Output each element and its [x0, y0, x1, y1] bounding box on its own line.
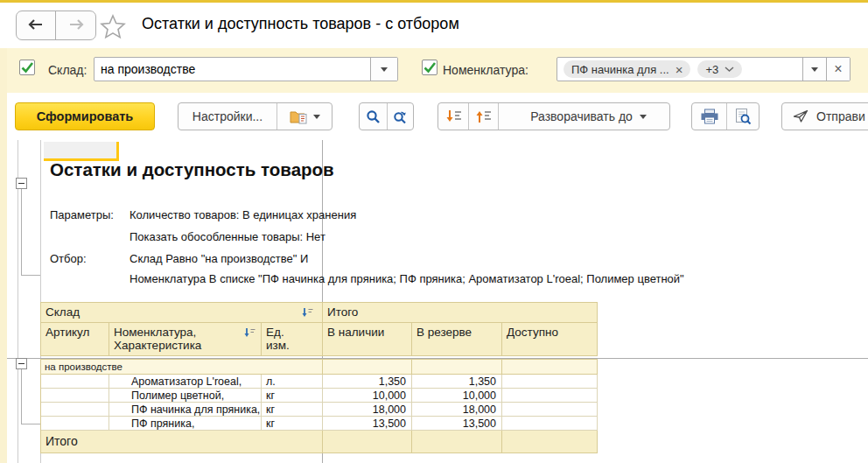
chevron-down-icon	[811, 67, 818, 72]
expand-to-button[interactable]: Разворачивать до	[498, 103, 669, 130]
group-tree-line	[21, 275, 40, 276]
search-icon	[366, 109, 381, 124]
header-cell-v-nalichii[interactable]: В наличии	[323, 323, 412, 356]
report-variant-folder-icon	[290, 109, 308, 124]
print-button[interactable]	[692, 103, 726, 130]
send-button[interactable]: Отправи	[781, 102, 868, 130]
table-cell-accessible[interactable]	[502, 403, 598, 417]
filter-label: Отбор:	[50, 251, 87, 266]
back-button[interactable]	[17, 11, 56, 39]
total-row-label[interactable]: Итого	[41, 431, 323, 453]
chevron-down-icon	[724, 67, 734, 72]
collapse-group-button[interactable]	[16, 178, 27, 189]
settings-button[interactable]: Настройки...	[178, 103, 276, 130]
sort-descending-icon[interactable]	[302, 307, 313, 318]
report-table-header: Склад Итого Артикул Номенклатура, Характ…	[40, 302, 598, 356]
header-label: Артикул	[46, 326, 89, 339]
group-row-cell[interactable]	[412, 360, 502, 375]
nomenklatura-checkbox[interactable]	[422, 60, 438, 75]
forward-button[interactable]	[56, 11, 95, 39]
header-cell-sklad[interactable]: Склад	[41, 303, 323, 323]
table-cell-name[interactable]: Полимер цветной, Желтый	[109, 389, 262, 403]
sklad-label: Склад:	[48, 62, 87, 78]
nomenklatura-field[interactable]: ПФ начинка для ... × +3 ×	[556, 57, 850, 81]
table-cell-unit[interactable]: кг	[262, 389, 323, 403]
sort-descending-icon[interactable]	[244, 327, 256, 338]
header-cell-ed-izm[interactable]: Ед. изм.	[262, 323, 323, 356]
total-row-cell[interactable]	[412, 431, 502, 453]
collapse-group-button[interactable]	[16, 358, 27, 369]
chevron-down-icon	[640, 115, 647, 119]
window-accent-strip	[0, 0, 868, 3]
table-cell-unit[interactable]: л.	[262, 375, 323, 389]
report-title: Остатки и доступность товаров	[50, 159, 334, 180]
generate-button[interactable]: Сформировать	[15, 102, 155, 130]
chevron-down-icon	[381, 67, 388, 72]
expand-down-icon	[445, 109, 462, 123]
header-cell-itogo[interactable]: Итого	[323, 303, 598, 323]
search-repeat-icon	[392, 109, 409, 124]
sklad-dropdown-button[interactable]	[370, 58, 397, 81]
find-button[interactable]	[360, 103, 387, 130]
table-cell-artikul[interactable]	[41, 375, 109, 389]
filter-line: Номенклатура В списке "ПФ начинка для пр…	[130, 271, 684, 286]
nomenklatura-dropdown-button[interactable]	[802, 58, 826, 81]
printer-icon	[700, 109, 719, 124]
table-cell-available[interactable]: 10,000	[323, 389, 412, 403]
param-line: Показать обособленные товары: Нет	[130, 229, 326, 244]
expand-button-group: Разворачивать до	[438, 102, 670, 130]
table-cell-reserve[interactable]: 13,500	[412, 417, 502, 431]
nomenklatura-clear-button[interactable]: ×	[826, 58, 850, 81]
table-cell-available[interactable]: 18,000	[323, 403, 412, 417]
table-cell-available[interactable]: 13,500	[323, 417, 412, 431]
group-row-cell[interactable]	[502, 360, 598, 375]
table-cell-reserve[interactable]: 1,350	[412, 375, 502, 389]
selected-cell-indicator[interactable]	[44, 142, 119, 161]
close-icon: ×	[834, 61, 842, 77]
sklad-field[interactable]: на производстве	[94, 57, 398, 81]
check-icon	[20, 62, 34, 77]
table-cell-accessible[interactable]	[502, 375, 598, 389]
report-variants-button[interactable]	[276, 103, 332, 130]
table-cell-reserve[interactable]: 18,000	[412, 403, 502, 417]
group-tree-line	[21, 424, 40, 424]
arrow-right-icon	[68, 19, 84, 32]
favorite-star-icon[interactable]	[100, 14, 126, 39]
send-plane-icon	[793, 109, 808, 123]
table-cell-artikul[interactable]	[41, 389, 109, 403]
header-cell-dostupno[interactable]: Доступно	[502, 323, 598, 356]
expand-groups-button[interactable]	[438, 103, 468, 130]
table-cell-unit[interactable]: кг	[262, 403, 323, 417]
header-label: Итого	[327, 305, 358, 319]
table-cell-name[interactable]: ПФ начинка для пряника,	[109, 403, 262, 417]
sklad-checkbox[interactable]	[19, 60, 35, 75]
form-left-margin	[0, 48, 7, 463]
table-cell-name[interactable]: ПФ пряника,	[109, 417, 262, 431]
table-cell-name[interactable]: Ароматизатор L'roeal,	[109, 375, 262, 389]
group-row-sklad[interactable]: на производстве	[41, 360, 323, 375]
table-cell-artikul[interactable]	[41, 417, 109, 431]
table-cell-reserve[interactable]: 10,000	[412, 389, 502, 403]
nomenklatura-chip-1[interactable]: ПФ начинка для ... ×	[564, 60, 690, 78]
table-cell-artikul[interactable]	[41, 403, 109, 417]
total-row-cell[interactable]	[323, 431, 412, 453]
table-cell-accessible[interactable]	[502, 389, 598, 403]
collapse-groups-button[interactable]	[468, 103, 498, 130]
chip-remove-icon[interactable]: ×	[676, 63, 683, 76]
group-row-cell[interactable]	[323, 360, 412, 375]
nomenklatura-label: Номенклатура:	[443, 62, 528, 78]
print-preview-button[interactable]	[726, 103, 759, 130]
find-next-button[interactable]	[387, 103, 413, 130]
header-label: В наличии	[327, 326, 384, 339]
group-label: на производстве	[45, 361, 122, 372]
table-cell-unit[interactable]: кг	[262, 417, 323, 431]
sklad-field-value[interactable]: на производстве	[94, 58, 370, 81]
header-cell-v-rezerve[interactable]: В резерве	[412, 323, 502, 356]
nomenklatura-chip-more[interactable]: +3	[697, 60, 742, 78]
header-cell-nomenklatura[interactable]: Номенклатура, Характеристика	[109, 323, 262, 356]
table-cell-available[interactable]: 1,350	[323, 375, 412, 389]
total-label: Итого	[46, 434, 78, 448]
total-row-cell[interactable]	[502, 431, 598, 453]
header-cell-artikul[interactable]: Артикул	[41, 323, 109, 356]
table-cell-accessible[interactable]	[502, 417, 598, 431]
